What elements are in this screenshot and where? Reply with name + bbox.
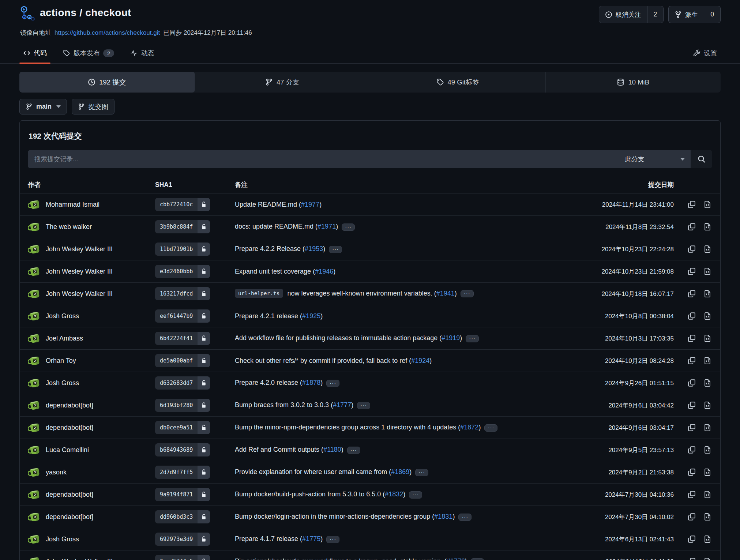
commit-author-name[interactable]: Josh Gross bbox=[46, 312, 79, 320]
commit-author-name[interactable]: dependabot[bot] bbox=[46, 491, 93, 499]
commit-sha-link[interactable]: 9a9194f871 bbox=[155, 488, 210, 501]
stat-git-tags[interactable]: 49 Git标签 bbox=[370, 72, 546, 93]
commit-sha-link[interactable]: 692973e3d9 bbox=[155, 533, 210, 546]
commit-author-name[interactable]: yasonk bbox=[46, 469, 67, 476]
mirror-url-link[interactable]: https://github.com/actions/checkout.git bbox=[55, 29, 160, 37]
view-file-at-commit-button[interactable] bbox=[703, 200, 711, 208]
expand-commit-message-button[interactable]: ··· bbox=[342, 223, 355, 231]
view-file-at-commit-button[interactable] bbox=[703, 491, 711, 499]
commit-sha-link[interactable]: e3d2460bbb bbox=[155, 265, 210, 278]
commit-author-name[interactable]: Josh Gross bbox=[46, 535, 79, 543]
view-file-at-commit-button[interactable] bbox=[703, 357, 711, 365]
issue-link[interactable]: #1919 bbox=[442, 334, 460, 342]
watchers-count[interactable]: 2 bbox=[647, 6, 664, 23]
issue-link[interactable]: #1971 bbox=[318, 223, 336, 230]
user-avatar-mug-icon[interactable] bbox=[28, 287, 41, 300]
expand-commit-message-button[interactable]: ··· bbox=[461, 290, 474, 297]
expand-commit-message-button[interactable]: ··· bbox=[415, 469, 428, 476]
commit-author-name[interactable]: John Wesley Walker III bbox=[46, 290, 113, 298]
issue-link[interactable]: #1832 bbox=[385, 491, 403, 498]
commit-sha-link[interactable]: eef61447b9 bbox=[155, 309, 210, 323]
copy-sha-button[interactable] bbox=[688, 424, 696, 432]
commit-author-name[interactable]: Luca Comellini bbox=[46, 446, 89, 454]
commit-author-name[interactable]: Josh Gross bbox=[46, 379, 79, 387]
copy-sha-button[interactable] bbox=[688, 468, 696, 476]
commit-author-name[interactable]: dependabot[bot] bbox=[46, 402, 93, 409]
expand-commit-message-button[interactable]: ··· bbox=[409, 491, 422, 499]
stat-branches[interactable]: 47 分支 bbox=[195, 72, 371, 93]
view-file-at-commit-button[interactable] bbox=[703, 245, 711, 253]
expand-commit-message-button[interactable]: ··· bbox=[458, 514, 472, 521]
user-avatar-mug-icon[interactable] bbox=[28, 309, 41, 323]
expand-commit-message-button[interactable]: ··· bbox=[329, 246, 342, 253]
copy-sha-button[interactable] bbox=[688, 446, 696, 454]
commit-sha-link[interactable]: 11bd71901b bbox=[155, 243, 210, 256]
issue-link[interactable]: #1777 bbox=[333, 401, 351, 409]
user-avatar-mug-icon[interactable] bbox=[28, 376, 41, 390]
view-file-at-commit-button[interactable] bbox=[703, 401, 711, 409]
issue-link[interactable]: #1775 bbox=[302, 535, 320, 542]
view-file-at-commit-button[interactable] bbox=[703, 312, 711, 320]
view-file-at-commit-button[interactable] bbox=[703, 290, 711, 298]
copy-sha-button[interactable] bbox=[688, 312, 696, 320]
commit-sha-link[interactable]: db0cee9a51 bbox=[155, 421, 210, 434]
view-file-at-commit-button[interactable] bbox=[703, 334, 711, 342]
issue-link[interactable]: #1924 bbox=[411, 357, 429, 364]
commit-sha-link[interactable]: de5a000abf bbox=[155, 354, 210, 367]
commit-author-name[interactable]: John Wesley Walker III bbox=[46, 245, 113, 253]
issue-link[interactable]: #1872 bbox=[460, 424, 478, 431]
stat-repo-size[interactable]: 10 MiB bbox=[546, 72, 721, 93]
user-avatar-mug-icon[interactable] bbox=[28, 399, 41, 412]
commit-sha-link[interactable]: cbb722410c bbox=[155, 198, 210, 211]
issue-link[interactable]: #1878 bbox=[302, 379, 320, 386]
commit-author-name[interactable]: Joel Ambass bbox=[46, 335, 83, 342]
user-avatar-mug-icon[interactable] bbox=[28, 198, 41, 211]
commit-sha-link[interactable]: 2d7d9f7ff5 bbox=[155, 466, 210, 479]
commit-author-name[interactable]: Orhan Toy bbox=[46, 357, 76, 365]
fork-button[interactable]: 派生 bbox=[669, 6, 704, 23]
commit-sha-link[interactable]: 6b42224f41 bbox=[155, 332, 210, 345]
copy-sha-button[interactable] bbox=[688, 557, 696, 560]
user-avatar-mug-icon[interactable] bbox=[28, 332, 41, 345]
commit-sha-link[interactable]: 6d193bf280 bbox=[155, 399, 210, 412]
expand-commit-message-button[interactable]: ··· bbox=[326, 380, 339, 387]
issue-link[interactable]: #1869 bbox=[391, 468, 409, 476]
user-avatar-mug-icon[interactable] bbox=[28, 488, 41, 501]
commit-graph-button[interactable]: 提交图 bbox=[72, 99, 114, 114]
forks-count[interactable]: 0 bbox=[704, 6, 720, 23]
issue-link[interactable]: #1946 bbox=[315, 268, 333, 275]
branch-filter-dropdown[interactable]: 此分支 bbox=[619, 150, 691, 168]
user-avatar-mug-icon[interactable] bbox=[28, 220, 41, 233]
copy-sha-button[interactable] bbox=[688, 245, 696, 253]
commit-sha-link[interactable]: 163217dfcd bbox=[155, 287, 210, 300]
user-avatar-mug-icon[interactable] bbox=[28, 243, 41, 256]
user-avatar-mug-icon[interactable] bbox=[28, 533, 41, 546]
expand-commit-message-button[interactable]: ··· bbox=[466, 335, 479, 342]
issue-link[interactable]: #1925 bbox=[302, 312, 320, 320]
copy-sha-button[interactable] bbox=[688, 334, 696, 342]
copy-sha-button[interactable] bbox=[688, 223, 696, 231]
expand-commit-message-button[interactable]: ··· bbox=[471, 558, 484, 560]
commit-author-name[interactable]: John Wesley Walker III bbox=[46, 558, 113, 560]
copy-sha-button[interactable] bbox=[688, 491, 696, 499]
commit-sha-link[interactable]: b684943689 bbox=[155, 443, 210, 456]
view-file-at-commit-button[interactable] bbox=[703, 513, 711, 521]
issue-link[interactable]: #1180 bbox=[323, 446, 341, 453]
copy-sha-button[interactable] bbox=[688, 200, 696, 208]
commit-sha-link[interactable]: 6ccd57f4c5 bbox=[155, 555, 210, 560]
commit-sha-link[interactable]: 3b9b8c884f bbox=[155, 220, 210, 233]
user-avatar-mug-icon[interactable] bbox=[28, 421, 41, 434]
commit-author-name[interactable]: John Wesley Walker III bbox=[46, 268, 113, 275]
commit-sha-link[interactable]: dd960bd3c3 bbox=[155, 510, 210, 523]
expand-commit-message-button[interactable]: ··· bbox=[347, 447, 360, 454]
search-input[interactable] bbox=[28, 150, 619, 168]
repo-title[interactable]: actions / checkout bbox=[40, 7, 131, 19]
issue-link[interactable]: #1941 bbox=[436, 290, 455, 297]
copy-sha-button[interactable] bbox=[688, 357, 696, 365]
copy-sha-button[interactable] bbox=[688, 401, 696, 409]
commit-author-name[interactable]: The web walker bbox=[46, 223, 92, 231]
user-avatar-mug-icon[interactable] bbox=[28, 265, 41, 278]
search-button[interactable] bbox=[691, 150, 712, 168]
user-avatar-mug-icon[interactable] bbox=[28, 466, 41, 479]
branch-selector[interactable]: main bbox=[19, 99, 67, 114]
